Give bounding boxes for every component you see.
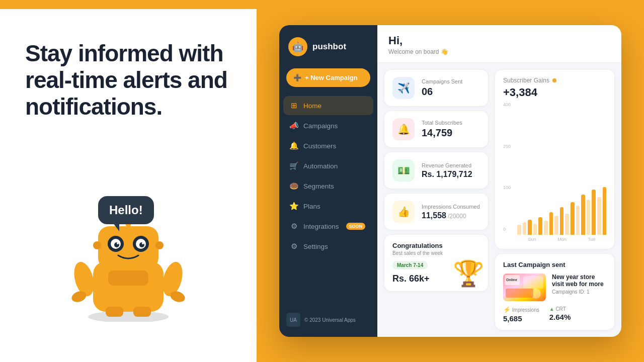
svg-text:Online: Online (506, 278, 517, 282)
congratulations-card: Congratulations Best sales of the week M… (384, 235, 488, 291)
campaigns-sent-value: 06 (422, 86, 462, 98)
campaigns-icon: 📣 (289, 121, 298, 130)
sidebar-item-home[interactable]: ⊞ Home (283, 96, 373, 115)
chart-bars-container: Sun Mon Tue (517, 102, 606, 242)
chart-bar (523, 222, 527, 235)
metric-crt-label: ▲ CRT (549, 306, 571, 312)
speech-bubble: Hello! (98, 196, 154, 224)
right-section: Subscriber Gains +3,384 400 250 100 0 (493, 63, 621, 337)
campaign-row: Online New year store visit web for more (503, 274, 606, 301)
main-content: Hi, Welcome on board 👋 ✈️ Campaigns Sent… (377, 25, 621, 337)
left-panel: Stay informed with real-time alerts and … (0, 0, 257, 362)
campaign-card-title: Last Campaign sent (503, 261, 606, 268)
footer-logo: UA (286, 313, 300, 327)
revenue-value: Rs. 1,179,712 (422, 170, 472, 179)
x-label-mon: Mon (557, 237, 567, 242)
chart-bar (528, 220, 532, 235)
chart-dot (552, 78, 556, 82)
chart-bar (592, 190, 596, 235)
customers-label: Customers (303, 142, 336, 150)
campaign-name: New year store visit web for more (552, 274, 606, 288)
svg-point-13 (93, 241, 101, 249)
revenue-icon: 💵 (392, 159, 415, 182)
chart-bar (603, 187, 607, 235)
robot-container: Hello! (48, 181, 209, 322)
svg-rect-2 (98, 226, 158, 269)
lightning-icon: ⚡ (503, 306, 511, 313)
main-body: ✈️ Campaigns Sent 06 🔔 Total Subscribes … (377, 63, 621, 337)
campaign-metrics: ⚡ Impressions 5,685 ▲ CRT 2.64% (503, 306, 606, 323)
sidebar-footer: UA © 2023 Universal Apps (279, 306, 377, 327)
stats-section: ✈️ Campaigns Sent 06 🔔 Total Subscribes … (377, 63, 493, 337)
svg-rect-15 (108, 270, 148, 286)
svg-rect-28 (506, 289, 533, 298)
welcome-text: Welcome on board 👋 (388, 48, 610, 55)
chart-title: Subscriber Gains (503, 77, 549, 84)
home-icon: ⊞ (289, 101, 298, 110)
svg-point-12 (142, 242, 144, 244)
last-campaign-card: Last Campaign sent (495, 254, 614, 330)
campaigns-sent-icon: ✈️ (392, 77, 415, 99)
y-label-0: 0 (503, 227, 511, 232)
campaign-thumb-svg: Online (503, 274, 546, 301)
svg-rect-20 (106, 307, 123, 317)
chart-value: +3,384 (503, 86, 606, 99)
new-campaign-button[interactable]: ➕ + New Campaign (286, 68, 370, 87)
chart-bar (517, 225, 521, 235)
segments-icon: 🍩 (289, 182, 298, 191)
chart-x-labels: Sun Mon Tue (517, 237, 606, 242)
trophy-icon: 🏆 (453, 259, 484, 288)
footer-text: © 2023 Universal Apps (304, 317, 356, 323)
integrations-icon: ⚙ (289, 222, 298, 231)
stat-card-impressions: 👍 Impressions Consumed 11,558 /20000 (384, 194, 488, 230)
sidebar-item-integrations[interactable]: ⚙ Integrations SOON (283, 217, 373, 236)
greeting: Hi, (388, 34, 610, 47)
chart-header: Subscriber Gains (503, 77, 606, 84)
y-label-400: 400 (503, 102, 511, 107)
chart-bar (576, 206, 580, 235)
sidebar-item-automation[interactable]: 🛒 Automation (283, 156, 373, 175)
revenue-info: Revenue Generated Rs. 1,179,712 (422, 162, 472, 179)
settings-icon: ⚙ (289, 242, 298, 251)
plus-icon: ➕ (293, 74, 301, 81)
revenue-label: Revenue Generated (422, 162, 472, 168)
impressions-icon: 👍 (392, 201, 415, 223)
sidebar-item-segments[interactable]: 🍩 Segments (283, 176, 373, 196)
congrats-title: Congratulations (392, 242, 480, 249)
stat-card-revenue: 💵 Revenue Generated Rs. 1,179,712 (384, 152, 488, 189)
subscriber-gains-card: Subscriber Gains +3,384 400 250 100 0 (495, 70, 614, 249)
automation-label: Automation (303, 162, 338, 170)
plans-icon: ⭐ (289, 202, 298, 211)
campaign-thumbnail: Online (503, 274, 546, 301)
subscribers-label: Total Subscribes (422, 120, 462, 126)
best-sales-label: Best sales of the week (392, 250, 480, 256)
automation-icon: 🛒 (289, 161, 298, 170)
chart-bar (571, 202, 575, 235)
subscribers-icon: 🔔 (392, 118, 415, 140)
sidebar-item-settings[interactable]: ⚙ Settings (283, 237, 373, 256)
chart-bar (544, 221, 548, 235)
home-label: Home (303, 102, 321, 110)
date-badge: March 7-14 (392, 261, 428, 269)
sidebar-logo: 🤖 pushbot (279, 25, 377, 66)
impressions-row: 11,558 /20000 (422, 211, 480, 220)
sidebar-item-plans[interactable]: ⭐ Plans (283, 197, 373, 216)
chart-bar (533, 224, 537, 235)
subscribers-value: 14,759 (422, 127, 462, 139)
metric-crt-value: 2.64% (549, 313, 571, 321)
chart-y-labels: 400 250 100 0 (503, 102, 511, 232)
svg-rect-21 (133, 307, 151, 317)
impressions-total: /20000 (448, 213, 466, 220)
svg-point-14 (155, 241, 164, 249)
nav-items: ⊞ Home 📣 Campaigns 🔔 Customers 🛒 Automat… (279, 96, 377, 306)
right-panel: 🤖 pushbot ➕ + New Campaign ⊞ Home 📣 Camp… (257, 0, 644, 362)
metric-impressions-value: 5,685 (503, 314, 539, 323)
sidebar-item-customers[interactable]: 🔔 Customers (283, 136, 373, 155)
arrow-up-icon: ▲ (549, 306, 554, 312)
svg-point-0 (88, 311, 169, 322)
logo-icon: 🤖 (288, 37, 307, 56)
chart-bar (597, 197, 601, 235)
campaign-info: New year store visit web for more Campai… (552, 274, 606, 301)
customers-icon: 🔔 (289, 141, 298, 150)
sidebar-item-campaigns[interactable]: 📣 Campaigns (283, 116, 373, 135)
